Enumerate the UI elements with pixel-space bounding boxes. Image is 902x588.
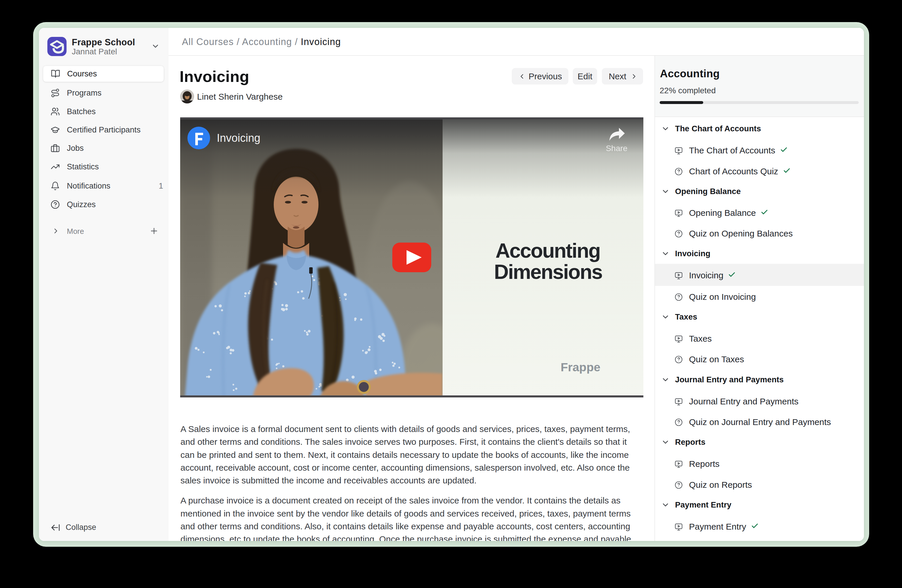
svg-text:Dimensions: Dimensions [494, 261, 602, 283]
svg-text:Share: Share [606, 144, 628, 153]
svg-text:Invoicing: Invoicing [217, 132, 260, 144]
svg-text:Frappe: Frappe [561, 361, 600, 374]
svg-text:Accounting: Accounting [495, 239, 600, 262]
